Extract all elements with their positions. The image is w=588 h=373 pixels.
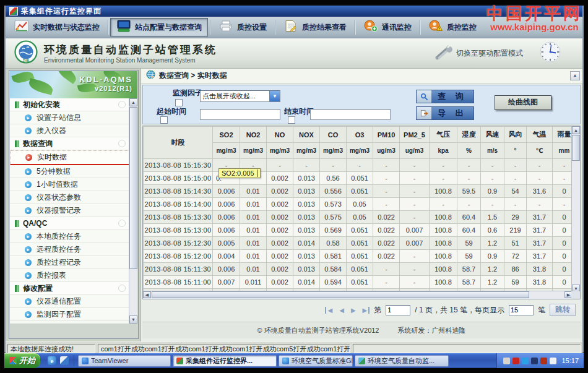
toolbar-button-label: 质控监控	[447, 22, 477, 33]
factor-dropdown[interactable]: 点击展开或收起... ▼	[200, 90, 280, 102]
main-area: KDL-AQMS v2012(R1) 初始化安装▸设置子站信息▸接入仪器数据查询…	[6, 69, 582, 341]
sidebar-item-仪器报警记录[interactable]: ▸仪器报警记录	[10, 204, 129, 217]
column-header-湿度: 湿度	[457, 127, 481, 143]
sidebar-item-接入仪器[interactable]: ▸接入仪器	[10, 124, 129, 137]
hand-icon[interactable]	[503, 358, 510, 364]
cell-value: 59	[457, 237, 481, 250]
cell-value: 0.051	[347, 224, 373, 237]
cell-value: -	[400, 250, 430, 263]
cell-value: -	[373, 276, 400, 289]
sidebar-item-质控过程记录[interactable]: ▸质控过程记录	[10, 256, 129, 269]
sidebar-item-label: 质控过程记录	[37, 257, 81, 268]
first-page-icon[interactable]: ◀	[325, 307, 334, 314]
sidebar-item-1小时值数据[interactable]: ▸1小时值数据	[10, 178, 129, 191]
draw-curve-button[interactable]: 绘曲线图	[495, 95, 551, 110]
cell-value: 0.556	[320, 185, 347, 198]
sidebar-item-仪器状态参数[interactable]: ▸仪器状态参数	[10, 191, 129, 204]
prev-page-icon[interactable]: ◀	[338, 307, 345, 314]
end-time-input[interactable]	[310, 109, 391, 120]
scroll-down-icon[interactable]: ▼	[129, 315, 137, 324]
cell-time: 2013-08-08 15:11:00	[144, 276, 213, 289]
next-page-icon[interactable]: ▶	[350, 307, 357, 314]
cell-value: 31.7	[527, 211, 553, 224]
scroll-left-icon[interactable]: ◀	[143, 291, 151, 298]
task-button[interactable]: 环境空气质量自动监...	[355, 355, 449, 367]
cell-value: 100.8	[430, 237, 457, 250]
cell-value: 51	[504, 237, 527, 250]
scroll-up-icon[interactable]: ▲	[572, 126, 580, 134]
sidebar-section-label: 修改配置	[23, 283, 53, 294]
page-size-input[interactable]	[509, 305, 534, 315]
cell-time: 2013-08-08 15:13:00	[144, 224, 213, 237]
sidebar-item-本地质控任务[interactable]: ▸本地质控任务	[10, 230, 129, 243]
sidebar-item-label: 仪器通信配置	[37, 296, 81, 307]
cell-value: 31.8	[527, 276, 553, 289]
cell-value: 0.022	[373, 237, 400, 250]
driver-config-mode-switch[interactable]: 切换至驱动配置模式	[434, 45, 523, 62]
search-button[interactable]: 查 询	[416, 90, 474, 103]
cell-time: 2013-08-08 15:14:30	[144, 185, 213, 198]
title-bar[interactable]: 采集组件运行监控界面	[6, 6, 582, 17]
volume-icon[interactable]	[540, 358, 547, 364]
export-button[interactable]: 导 出	[416, 106, 474, 120]
qq-icon[interactable]	[522, 358, 529, 364]
sidebar-item-质控报表[interactable]: ▸质控报表	[10, 269, 129, 282]
factor-checkbox[interactable]	[175, 99, 183, 106]
scrollbar-thumb[interactable]	[152, 291, 529, 298]
table-vertical-scrollbar[interactable]: ▲ ▼	[571, 126, 580, 293]
toolbar-button[interactable]: 质控设置	[212, 18, 273, 36]
scrollbar-thumb[interactable]	[572, 135, 580, 161]
task-button[interactable]: 采集组件运行监控界...	[173, 355, 277, 367]
cell-value: -	[457, 198, 481, 211]
sidebar-section-数据查询[interactable]: 数据查询	[10, 137, 129, 150]
toolbar-button[interactable]: 质控结果查看	[277, 18, 353, 36]
cell-value: 0.9	[481, 250, 504, 263]
cell-value: -	[400, 276, 430, 289]
clock-icon[interactable]	[550, 358, 556, 364]
sidebar-section-QA/QC[interactable]: QA/QC	[10, 217, 129, 230]
cell-value: 0.002	[267, 237, 293, 250]
cell-value: 86	[504, 263, 527, 276]
toolbar-button[interactable]: 实时数据与状态监控	[8, 18, 106, 36]
toolbar-button[interactable]: 质控监控	[422, 18, 483, 36]
pdf-icon[interactable]	[512, 358, 519, 364]
scroll-up-icon[interactable]: ▲	[129, 98, 137, 106]
task-button[interactable]: 环境空气质量标准GB3...	[279, 355, 353, 367]
end-time-checkbox[interactable]	[288, 116, 295, 124]
table-horizontal-scrollbar[interactable]: ◀ ▶	[143, 291, 573, 299]
start-time-input[interactable]	[200, 109, 280, 120]
cell-time: 2013-08-08 15:15:00	[144, 172, 213, 185]
sidebar-item-设置子站信息[interactable]: ▸设置子站信息	[10, 111, 129, 124]
ie-icon[interactable]: e	[48, 356, 56, 365]
task-button[interactable]: TeamViewer	[78, 355, 171, 367]
display-icon[interactable]	[531, 358, 538, 364]
table-row: 2013-08-08 15:11:000.0070.0110.0020.0140…	[144, 276, 576, 289]
cell-value: 0.01	[240, 250, 267, 263]
scrollbar-thumb[interactable]	[129, 107, 137, 269]
cell-value: 100.8	[430, 263, 457, 276]
show-desktop-icon[interactable]	[60, 356, 69, 365]
panel-collapse-icon[interactable]: ▲	[570, 71, 580, 80]
jump-button[interactable]: 跳转	[550, 304, 576, 316]
sidebar-item-监测因子配置[interactable]: ▸监测因子配置	[10, 308, 129, 321]
last-page-icon[interactable]: ▶	[361, 307, 370, 314]
sidebar-section-初始化安装[interactable]: 初始化安装	[10, 98, 129, 111]
cell-value: -	[400, 185, 430, 198]
toolbar-button[interactable]: 通讯监控	[357, 18, 418, 36]
start-button[interactable]: 开始	[4, 353, 40, 368]
toolbar-separator	[108, 20, 108, 35]
comm-monitor-icon	[363, 20, 378, 35]
sidebar-item-实时数据[interactable]: ▸实时数据	[10, 150, 129, 165]
page-number-input[interactable]	[386, 305, 410, 315]
sidebar-section-修改配置[interactable]: 修改配置	[10, 282, 129, 295]
sidebar-item-远程质控任务[interactable]: ▸远程质控任务	[10, 243, 129, 256]
cell-time: 2013-08-08 15:12:00	[144, 250, 213, 263]
taskbar: 开始 e TeamViewer采集组件运行监控界...环境空气质量标准GB3..…	[4, 353, 584, 368]
start-time-checkbox[interactable]	[160, 116, 168, 124]
sidebar-item-仪器通信配置[interactable]: ▸仪器通信配置	[10, 295, 129, 308]
sidebar-item-5分钟数据[interactable]: ▸5分钟数据	[10, 165, 129, 178]
cell-value: 100.8	[430, 211, 457, 224]
toolbar-button[interactable]: 站点配置与数据查询	[110, 18, 208, 36]
column-header-NO2: NO2	[240, 127, 267, 143]
sidebar-scrollbar[interactable]: ▲ ▼	[129, 98, 137, 324]
